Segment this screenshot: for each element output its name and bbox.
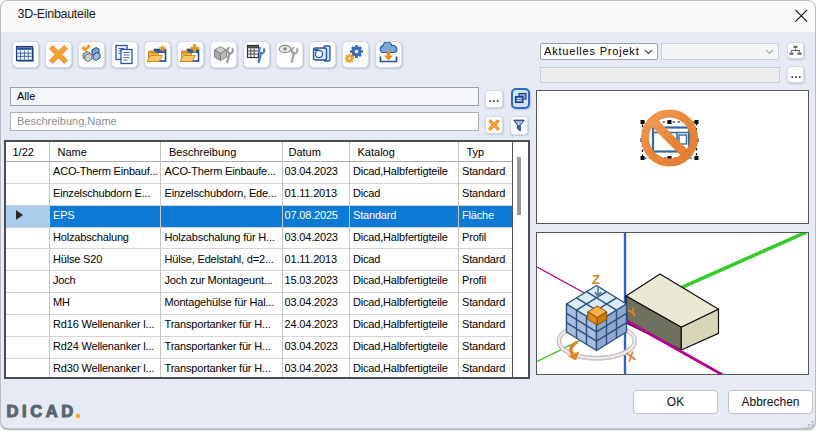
svg-text:X: X xyxy=(625,348,638,365)
svg-text:Z: Z xyxy=(592,272,600,287)
